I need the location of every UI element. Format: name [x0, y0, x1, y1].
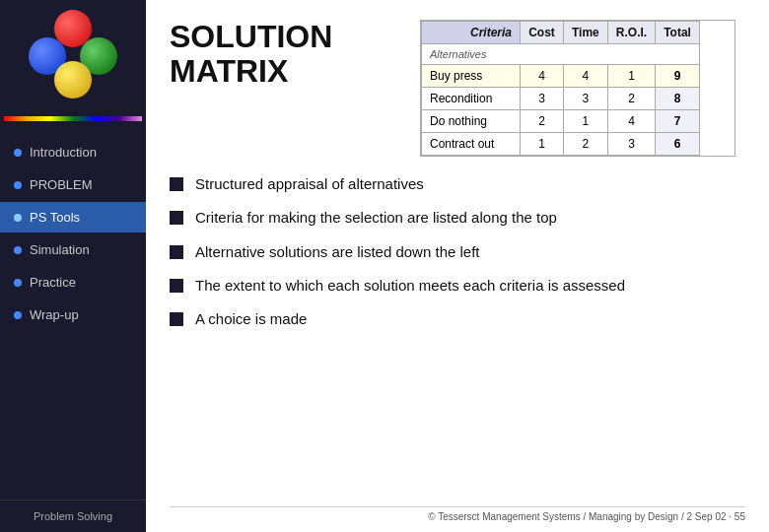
time-header: Time: [564, 22, 608, 44]
cell-r2-c1: 1: [564, 110, 608, 133]
cell-r0-c2: 1: [607, 65, 655, 88]
sidebar: IntroductionPROBLEMPS ToolsSimulationPra…: [0, 0, 146, 532]
bullet-square-icon: [170, 312, 183, 326]
nav-item-label: PS Tools: [30, 210, 80, 225]
cell-r3-c0: 1: [521, 133, 564, 156]
bullet-item-0: Structured appraisal of alternatives: [170, 174, 745, 194]
nav-dot-icon: [14, 279, 22, 287]
nav-item-label: Introduction: [30, 145, 97, 160]
alternatives-label: Alternatives: [422, 44, 700, 65]
row-label-1: Recondition: [422, 88, 521, 110]
cell-r2-c0: 2: [521, 110, 564, 133]
cell-r3-c1: 2: [564, 133, 608, 156]
cost-header: Cost: [521, 22, 564, 44]
row-label-0: Buy press: [422, 65, 521, 88]
cell-r1-c3: 8: [656, 88, 700, 110]
cell-r0-c0: 4: [521, 65, 564, 88]
nav-dot-icon: [14, 181, 22, 189]
bullet-square-icon: [170, 177, 183, 191]
sidebar-item-problem[interactable]: PROBLEM: [0, 169, 146, 200]
matrix-area: Criteria Cost Time R.O.I. Total Alternat…: [420, 20, 745, 161]
bullet-text-4: A choice is made: [195, 309, 307, 329]
cell-r1-c1: 3: [564, 88, 608, 110]
matrix-row-1: Recondition3328: [422, 88, 700, 110]
sidebar-item-practice[interactable]: Practice: [0, 267, 146, 298]
sidebar-item-introduction[interactable]: Introduction: [0, 137, 146, 167]
cell-r2-c3: 7: [656, 110, 700, 133]
sidebar-rainbow: [4, 116, 142, 121]
nav-item-label: Wrap-up: [30, 307, 79, 322]
nav-item-label: Practice: [30, 275, 76, 290]
bullet-item-4: A choice is made: [170, 309, 745, 329]
bullet-text-3: The extent to which each solution meets …: [195, 276, 625, 296]
sphere-yellow: [54, 61, 92, 99]
bullet-text-1: Criteria for making the selection are li…: [195, 208, 557, 228]
bullet-text-0: Structured appraisal of alternatives: [195, 174, 424, 194]
cell-r1-c2: 2: [607, 88, 655, 110]
main-content: SOLUTION MATRIX Criteria Cost Time R.O.I…: [146, 0, 769, 532]
bullet-item-2: Alternative solutions are listed down th…: [170, 242, 745, 262]
footer-text: © Tessersct Management Systems / Managin…: [428, 511, 745, 522]
cell-r1-c0: 3: [521, 88, 564, 110]
total-header: Total: [656, 22, 700, 44]
page-title-block: SOLUTION MATRIX: [170, 20, 332, 89]
criteria-header: Criteria: [422, 22, 521, 44]
solution-matrix-table: Criteria Cost Time R.O.I. Total Alternat…: [421, 21, 700, 156]
cell-r3-c3: 6: [656, 133, 700, 156]
bullet-list: Structured appraisal of alternativesCrit…: [170, 174, 745, 506]
nav-item-label: PROBLEM: [30, 177, 93, 192]
cell-r2-c2: 4: [607, 110, 655, 133]
bullet-square-icon: [170, 211, 183, 225]
footer: © Tessersct Management Systems / Managin…: [170, 506, 745, 522]
nav-dot-icon: [14, 246, 22, 254]
bullet-square-icon: [170, 245, 183, 259]
page-title: SOLUTION MATRIX: [170, 20, 332, 89]
nav-item-label: Simulation: [30, 242, 90, 257]
row-label-3: Contract out: [422, 133, 521, 156]
content-area: Structured appraisal of alternativesCrit…: [170, 174, 745, 506]
matrix-row-0: Buy press4419: [422, 65, 700, 88]
cell-r0-c3: 9: [656, 65, 700, 88]
bullet-item-3: The extent to which each solution meets …: [170, 276, 745, 296]
matrix-row-2: Do nothing2147: [422, 110, 700, 133]
row-label-2: Do nothing: [422, 110, 521, 133]
sidebar-item-wrap-up[interactable]: Wrap-up: [0, 299, 146, 330]
sidebar-item-ps-tools[interactable]: PS Tools: [0, 202, 146, 233]
bullet-square-icon: [170, 279, 183, 293]
cell-r0-c1: 4: [564, 65, 608, 88]
page-header: SOLUTION MATRIX Criteria Cost Time R.O.I…: [170, 20, 745, 161]
matrix-row-3: Contract out1236: [422, 133, 700, 156]
sidebar-item-simulation[interactable]: Simulation: [0, 234, 146, 265]
nav-dot-icon: [14, 214, 22, 222]
logo: [29, 10, 117, 99]
matrix-table-wrap: Criteria Cost Time R.O.I. Total Alternat…: [420, 20, 735, 157]
sidebar-bottom-label: Problem Solving: [0, 499, 146, 532]
bullet-text-2: Alternative solutions are listed down th…: [195, 242, 480, 262]
cell-r3-c2: 3: [607, 133, 655, 156]
bullet-item-1: Criteria for making the selection are li…: [170, 208, 745, 228]
roi-header: R.O.I.: [607, 22, 655, 44]
sidebar-navigation: IntroductionPROBLEMPS ToolsSimulationPra…: [0, 137, 146, 499]
nav-dot-icon: [14, 149, 22, 157]
nav-dot-icon: [14, 311, 22, 319]
